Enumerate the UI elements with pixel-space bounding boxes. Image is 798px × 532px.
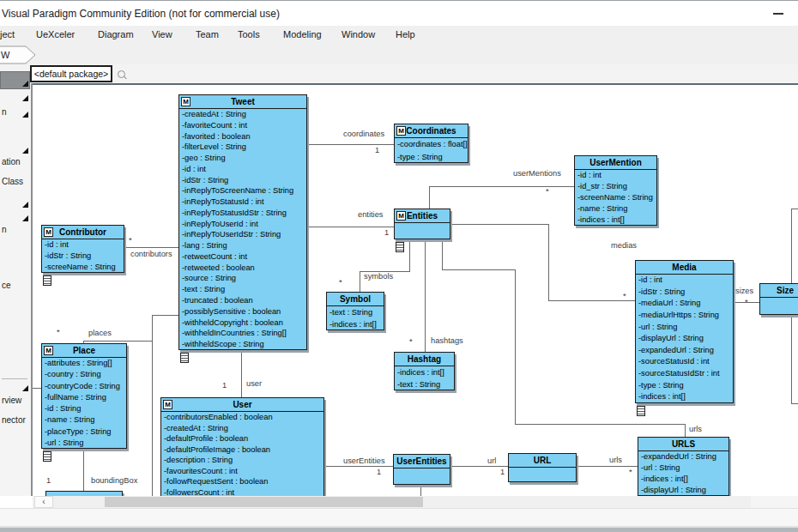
palette-flyout-triangle-icon[interactable]	[22, 148, 28, 154]
class-attribute: -country : String	[42, 369, 126, 380]
class-attribute: -id_str : String	[575, 181, 656, 192]
multiplicity-label: *	[339, 278, 342, 287]
multiplicity-label: 1	[500, 468, 505, 476]
class-attribute: -idStr : String	[42, 251, 124, 262]
menu-item-View[interactable]: View	[152, 29, 172, 39]
class-header: MContributor	[42, 226, 124, 239]
menu-item-Team[interactable]: Team	[196, 29, 219, 39]
scrollbar-thumb[interactable]	[105, 497, 423, 507]
class-URL[interactable]: URL	[508, 453, 577, 482]
role-label: entities	[358, 210, 383, 219]
class-attribute: -attributes : String[]	[42, 358, 126, 369]
class-attribute: -id : int	[575, 170, 656, 181]
breadcrumb[interactable]: W	[0, 45, 39, 64]
class-attribute: -displayUrl : String	[638, 485, 728, 496]
class-attribute: -createdAt : String	[161, 423, 323, 434]
class-attribute: -inReplyToScreenName : String	[179, 185, 306, 196]
class-attribute: -retweeted : boolean	[179, 263, 306, 274]
class-header: Symbol	[327, 293, 384, 306]
role-label: userEntities	[343, 456, 385, 465]
multiplicity-label: 1	[377, 468, 381, 476]
class-Size[interactable]: Size	[759, 283, 798, 315]
role-label: places	[88, 329, 112, 337]
palette-tool-label[interactable]: n	[2, 107, 7, 117]
model-indicator-icon: M	[44, 227, 53, 237]
palette-divider	[2, 378, 27, 379]
class-attribute: -indices : int[]	[575, 215, 656, 226]
class-header: MCoordinates	[395, 124, 468, 138]
class-Place[interactable]: MPlace-attributes : String[]-country : S…	[41, 343, 127, 449]
palette-flyout-triangle-icon[interactable]	[22, 95, 28, 101]
menu-item-Modeling[interactable]: Modeling	[283, 29, 322, 39]
menu-item-Help[interactable]: Help	[396, 29, 415, 39]
multiplicity-label: *	[629, 468, 632, 476]
magnifier-icon[interactable]	[118, 70, 125, 78]
menu-item-Diagram[interactable]: Diagram	[98, 29, 134, 39]
class-attribute: -text : String	[327, 306, 384, 318]
class-attribute: -text : String	[395, 378, 454, 390]
class-attribute: -indices : int[]	[636, 391, 733, 403]
palette-flyout-triangle-icon[interactable]	[22, 215, 28, 221]
class-attribute: -favorited : boolean	[179, 131, 306, 142]
class-UserEntities[interactable]: UserEntities	[393, 454, 450, 485]
class-header: URL	[509, 454, 576, 468]
class-Hashtag[interactable]: Hashtag-indices : int[]-text : String	[394, 352, 455, 390]
role-label: hashtags	[431, 336, 463, 345]
multiplicity-label: *	[57, 328, 60, 336]
window-title: Visual Paradigm Community Edition (not f…	[2, 8, 280, 20]
class-Coordinates[interactable]: MCoordinates-coordinates : float[]-type …	[394, 124, 469, 163]
class-User[interactable]: MUser-contributorsEnabled : boolean-crea…	[160, 397, 324, 498]
class-Media[interactable]: Media-id : int-idStr : String-mediaUrl :…	[635, 260, 734, 403]
palette-flyout-triangle-icon[interactable]	[22, 112, 28, 118]
role-label: contributors	[130, 250, 172, 258]
palette-selected-flyout-icon[interactable]	[22, 81, 28, 87]
class-Entities[interactable]: MEntities	[394, 209, 450, 239]
role-label: symbols	[364, 272, 393, 281]
model-indicator-icon: M	[163, 400, 172, 409]
class-Tweet[interactable]: MTweet-createdAt : String-favoriteCount …	[178, 94, 307, 350]
class-header: URLS	[638, 438, 728, 451]
palette-flyout-triangle-icon[interactable]	[22, 202, 28, 208]
role-label: coordinates	[343, 130, 384, 138]
palette-tool-label[interactable]: Class	[2, 177, 23, 186]
class-Symbol[interactable]: Symbol-text : String-indices : int[]	[326, 292, 384, 330]
class-attribute: -indices : int[]	[638, 474, 728, 485]
multiplicity-label: 1	[222, 381, 227, 390]
class-name: URL	[534, 456, 552, 465]
class-attribute: -id : int	[179, 164, 306, 175]
class-attribute: -createdAt : String	[179, 109, 306, 120]
multiplicity-label: 1	[375, 146, 379, 154]
class-attribute: -type : String	[395, 151, 468, 164]
palette-tool-label[interactable]: rview	[2, 396, 21, 405]
class-attribute: -contributorsEnabled : boolean	[161, 412, 323, 423]
scroll-left-button[interactable]: ‹	[34, 496, 53, 508]
class-attribute: -inReplyToStatusIdStr : String	[179, 208, 306, 219]
class-attribute: -id : int	[636, 275, 733, 287]
multiplicity-label: *	[129, 236, 132, 245]
palette-flyout-triangle-icon[interactable]	[22, 385, 28, 391]
menu-item-Tools[interactable]: Tools	[238, 29, 260, 39]
role-label: boundingBox	[91, 476, 137, 485]
class-UserMention[interactable]: UserMention-id : int-id_str : String-scr…	[574, 155, 657, 226]
class-attribute: -inReplyToUserId : int	[179, 219, 306, 230]
model-indicator-icon: M	[181, 97, 190, 106]
menu-item-Window[interactable]: Window	[342, 29, 375, 39]
class-header: MTweet	[179, 95, 306, 109]
palette-tool-label[interactable]: ce	[2, 281, 11, 290]
palette-tool-label[interactable]: nector	[2, 415, 26, 425]
menu-item-ject[interactable]: ject	[0, 29, 15, 39]
class-header: Size	[760, 284, 798, 298]
role-label: url	[487, 456, 496, 465]
class-name: UserEntities	[396, 456, 446, 466]
palette-tool-label[interactable]: n	[2, 225, 7, 234]
menu-bar: jectUeXcelerDiagramViewTeamToolsModeling…	[0, 26, 798, 45]
tab-default-package[interactable]: <default package>	[30, 65, 112, 82]
annotation-doc-icon	[396, 242, 404, 252]
class-Contributor[interactable]: MContributor-id : int-idStr : String-scr…	[41, 225, 124, 273]
minimize-icon[interactable]	[773, 13, 783, 15]
palette-tool-label[interactable]: ation	[2, 157, 21, 166]
class-attribute: -expandedUrl : String	[636, 345, 733, 357]
class-URLS[interactable]: URLS-expandedUrl : String-url : String-i…	[638, 437, 729, 496]
menu-item-UeXceler[interactable]: UeXceler	[36, 29, 75, 39]
class-attribute: -defaultProfileImage : boolean	[161, 444, 323, 456]
